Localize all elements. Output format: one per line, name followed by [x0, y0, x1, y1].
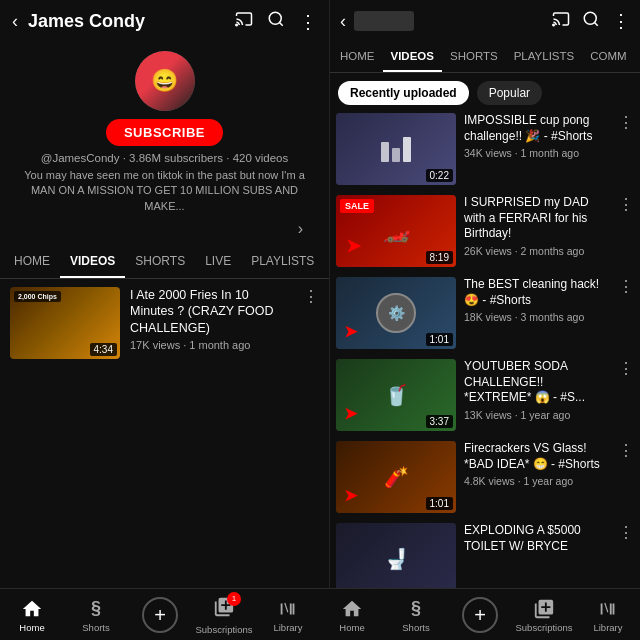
right-video-item-6[interactable]: 🚽 EXPLODING A $5000 TOILET W/ BRYCE ⋮ [336, 523, 634, 588]
nav-shorts-label-left: Shorts [82, 622, 109, 633]
nav-subscriptions-label-left: Subscriptions [195, 624, 252, 635]
channel-info: 😄 SUBSCRIBE @JamesCondy · 3.86M subscrib… [0, 43, 329, 246]
tab-videos-left[interactable]: VIDEOS [60, 246, 125, 278]
right-video-info-1: IMPOSSIBLE cup pong challenge!! 🎉 - #Sho… [464, 113, 610, 159]
cast-icon[interactable] [235, 10, 253, 33]
tab-home-left[interactable]: HOME [4, 246, 60, 278]
right-search-icon[interactable] [582, 10, 600, 32]
right-video-info-6: EXPLODING A $5000 TOILET W/ BRYCE [464, 523, 610, 557]
right-video-thumbnail-6: 🚽 [336, 523, 456, 588]
right-video-title-6: EXPLODING A $5000 TOILET W/ BRYCE [464, 523, 610, 554]
channel-meta: @JamesCondy · 3.86M subscribers · 420 vi… [41, 152, 289, 164]
left-video-meta: 17K views · 1 month ago [130, 339, 293, 351]
right-cast-icon[interactable] [552, 10, 570, 32]
right-video-item-5[interactable]: 🧨 ➤ 1:01 Firecrackers VS Glass! *BAD IDE… [336, 441, 634, 513]
right-video-item[interactable]: 0:22 IMPOSSIBLE cup pong challenge!! 🎉 -… [336, 113, 634, 185]
nav-home-label-right: Home [339, 622, 364, 633]
right-video-info-2: I SURPRISED my DAD with a FERRARI for hi… [464, 195, 610, 257]
nav-library-left[interactable]: Library [256, 598, 320, 633]
right-video-info-4: YOUTUBER SODA CHALLENGE!! *EXTREME* 😱 - … [464, 359, 610, 421]
left-video-item[interactable]: 2,000 Chips 4:34 I Ate 2000 Fries In 10 … [10, 287, 319, 359]
nav-home-right[interactable]: Home [320, 598, 384, 633]
right-video-info-5: Firecrackers VS Glass! *BAD IDEA* 😁 - #S… [464, 441, 610, 487]
right-video-thumbnail-3: ⚙️ ➤ 1:01 [336, 277, 456, 349]
add-icon: + [142, 597, 178, 633]
right-duration-2: 8:19 [426, 251, 453, 264]
nav-shorts-right[interactable]: § Shorts [384, 598, 448, 633]
tab-home-right[interactable]: HOME [332, 42, 383, 72]
expand-description-icon[interactable]: › [298, 220, 303, 238]
left-video-more-icon[interactable]: ⋮ [303, 287, 319, 306]
svg-line-5 [594, 22, 597, 25]
nav-shorts-label-right: Shorts [402, 622, 429, 633]
right-video-title-4: YOUTUBER SODA CHALLENGE!! *EXTREME* 😱 - … [464, 359, 610, 406]
avatar: 😄 [135, 51, 195, 111]
right-back-icon[interactable]: ‹ [340, 11, 346, 32]
svg-point-4 [584, 12, 596, 24]
add-icon-right: + [462, 597, 498, 633]
right-video-more-6[interactable]: ⋮ [618, 523, 634, 542]
nav-shorts-left[interactable]: § Shorts [64, 598, 128, 633]
right-video-more-2[interactable]: ⋮ [618, 195, 634, 214]
tab-shorts-left[interactable]: SHORTS [125, 246, 195, 278]
right-video-meta-4: 13K views · 1 year ago [464, 409, 610, 421]
nav-create-left[interactable]: + [128, 597, 192, 633]
search-icon[interactable] [267, 10, 285, 33]
left-video-title: I Ate 2000 Fries In 10 Minutes ? (CRAZY … [130, 287, 293, 336]
right-video-title-5: Firecrackers VS Glass! *BAD IDEA* 😁 - #S… [464, 441, 610, 472]
right-bottom-nav: Home § Shorts + Subscriptions Library [320, 589, 640, 640]
left-video-thumbnail: 2,000 Chips 4:34 [10, 287, 120, 359]
left-video-info: I Ate 2000 Fries In 10 Minutes ? (CRAZY … [130, 287, 293, 351]
right-video-title-3: The BEST cleaning hack! 😍 - #Shorts [464, 277, 610, 308]
nav-subscriptions-left[interactable]: 1 Subscriptions [192, 596, 256, 635]
right-video-item-4[interactable]: 🥤 ➤ 3:37 YOUTUBER SODA CHALLENGE!! *EXTR… [336, 359, 634, 431]
back-button[interactable]: ‹ [12, 11, 18, 32]
filter-recently-uploaded[interactable]: Recently uploaded [338, 81, 469, 105]
filter-row: Recently uploaded Popular [330, 73, 640, 113]
right-video-thumbnail: 0:22 [336, 113, 456, 185]
subscriptions-icon-container: 1 [213, 596, 235, 622]
left-header-icons: ⋮ [235, 10, 317, 33]
right-video-list: 0:22 IMPOSSIBLE cup pong challenge!! 🎉 -… [330, 113, 640, 588]
more-icon[interactable]: ⋮ [299, 11, 317, 33]
notification-badge: 1 [227, 592, 241, 606]
bottom-navigation: Home § Shorts + 1 Subscriptions Libr [0, 588, 640, 640]
right-video-meta-2: 26K views · 2 months ago [464, 245, 610, 257]
nav-library-label-right: Library [593, 622, 622, 633]
right-more-icon[interactable]: ⋮ [612, 10, 630, 32]
left-panel: ‹ James Condy ⋮ [0, 0, 330, 588]
subscribe-button[interactable]: SUBSCRIBE [106, 119, 223, 146]
right-video-more-1[interactable]: ⋮ [618, 113, 634, 132]
right-video-meta-3: 18K views · 3 months ago [464, 311, 610, 323]
tab-community-right[interactable]: COMM [582, 42, 634, 72]
right-video-meta-1: 34K views · 1 month ago [464, 147, 610, 159]
right-video-thumbnail-4: 🥤 ➤ 3:37 [336, 359, 456, 431]
left-header: ‹ James Condy ⋮ [0, 0, 329, 43]
tab-live-left[interactable]: LIVE [195, 246, 241, 278]
right-video-item-2[interactable]: 🏎️ SALE ➤ 8:19 I SURPRISED my DAD with a… [336, 195, 634, 267]
nav-home-left[interactable]: Home [0, 598, 64, 633]
tab-videos-right[interactable]: VIDEOS [383, 42, 442, 72]
right-header-icons: ⋮ [552, 10, 630, 32]
tab-playlists-right[interactable]: PLAYLISTS [506, 42, 583, 72]
right-video-more-3[interactable]: ⋮ [618, 277, 634, 296]
right-duration-4: 3:37 [426, 415, 453, 428]
right-video-more-4[interactable]: ⋮ [618, 359, 634, 378]
tab-shorts-right[interactable]: SHORTS [442, 42, 506, 72]
filter-popular[interactable]: Popular [477, 81, 542, 105]
arrow-indicator: ➤ [346, 235, 361, 257]
right-header: ‹ ⋮ [330, 0, 640, 42]
nav-library-right[interactable]: Library [576, 598, 640, 633]
svg-point-1 [269, 12, 281, 24]
nav-subscriptions-right[interactable]: Subscriptions [512, 598, 576, 633]
right-video-more-5[interactable]: ⋮ [618, 441, 634, 460]
svg-point-3 [553, 24, 555, 26]
video-duration-left: 4:34 [90, 343, 117, 356]
nav-subscriptions-label-right: Subscriptions [515, 622, 572, 633]
nav-create-right[interactable]: + [448, 597, 512, 633]
right-video-item-3[interactable]: ⚙️ ➤ 1:01 The BEST cleaning hack! 😍 - #S… [336, 277, 634, 349]
right-duration-3: 1:01 [426, 333, 453, 346]
left-video-list: 2,000 Chips 4:34 I Ate 2000 Fries In 10 … [0, 279, 329, 588]
tab-playlists-left[interactable]: PLAYLISTS [241, 246, 324, 278]
right-duration-5: 1:01 [426, 497, 453, 510]
